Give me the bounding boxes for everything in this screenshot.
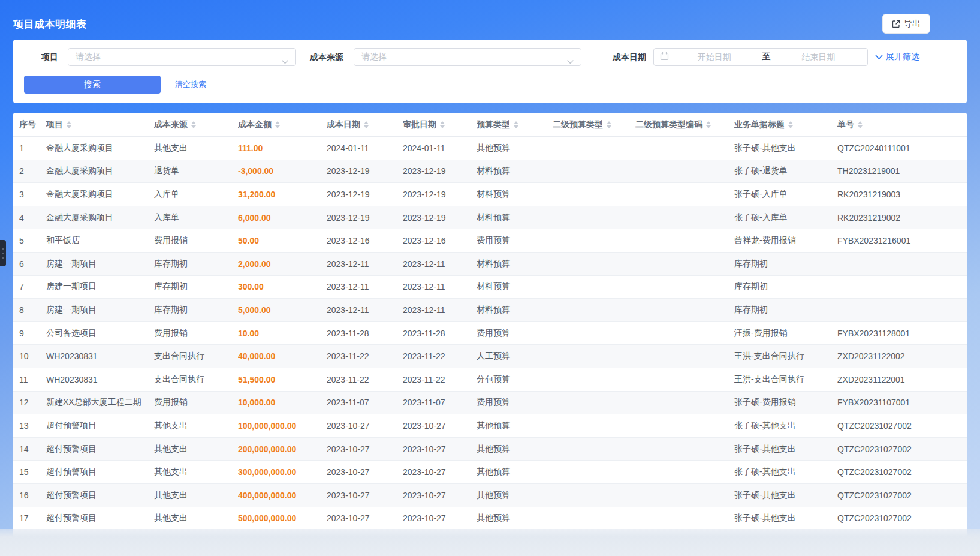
cell-doc-title: 张子硕-入库单 [734,189,837,200]
cell-doc-no: FYBX20231128001 [837,329,957,338]
column-header-doc-title[interactable]: 业务单据标题 [734,119,837,130]
cell-index: 17 [19,513,46,523]
cell-cost-amount: 40,000.00 [238,351,327,361]
cell-project: 新建XX总部大厦工程二期 [46,397,154,408]
cell-cost-amount: 6,000.00 [238,213,327,223]
cell-cost-source: 其他支出 [154,513,238,524]
expand-filters-label: 展开筛选 [886,52,919,62]
cell-cost-source: 费用报销 [154,235,238,246]
search-button[interactable]: 搜索 [24,76,161,94]
cell-cost-amount: 10.00 [238,329,327,338]
column-header-budget-type[interactable]: 预算类型 [477,119,553,130]
sort-icon[interactable] [364,121,369,128]
column-label: 预算类型 [477,119,510,130]
column-header-secondary-budget-type-code[interactable]: 二级预算类型编码 [635,119,734,130]
chevron-down-icon [567,56,574,67]
cell-index: 12 [19,398,46,407]
sort-icon[interactable] [191,121,196,128]
cell-approval-date: 2023-12-19 [403,213,477,223]
column-header-index: 序号 [19,119,46,130]
cell-project: 超付预警项目 [46,420,154,431]
cell-approval-date: 2023-10-27 [403,444,477,454]
cell-budget-type: 其他预算 [477,490,553,501]
cell-cost-date: 2023-10-27 [327,444,403,454]
cell-doc-title: 张子硕-费用报销 [734,397,837,408]
cell-index: 9 [19,329,46,338]
cell-doc-title: 库存期初 [734,281,837,292]
table-row: 10WH20230831支出合同执行40,000.002023-11-22202… [13,345,967,368]
cell-approval-date: 2023-10-27 [403,491,477,500]
end-date-input[interactable] [776,52,862,62]
export-icon [892,20,900,28]
cell-cost-amount: 111.00 [238,143,327,153]
cell-cost-amount: 500,000,000.00 [238,513,327,523]
cell-cost-source: 退货单 [154,166,238,176]
cell-index: 10 [19,351,46,361]
cell-doc-title: 张子硕-其他支出 [734,467,837,477]
cell-index: 13 [19,421,46,431]
calendar-icon [660,52,669,63]
date-range-separator: 至 [758,52,776,62]
cell-approval-date: 2024-01-11 [403,143,477,153]
cell-doc-no: RK20231219002 [837,213,957,223]
project-select[interactable]: 请选择 [68,48,296,66]
cell-cost-date: 2023-12-19 [327,190,403,199]
expand-filters-link[interactable]: 展开筛选 [875,48,919,66]
column-header-cost-amount[interactable]: 成本金额 [238,119,327,130]
cell-doc-no: FYBX20231216001 [837,236,957,245]
cell-project: WH20230831 [46,375,154,384]
sort-icon[interactable] [275,121,280,128]
column-header-cost-source[interactable]: 成本来源 [154,119,238,130]
cell-doc-title: 张子硕-退货单 [734,166,837,176]
start-date-input[interactable] [671,52,758,62]
cell-doc-title: 王洪-支出合同执行 [734,351,837,362]
project-filter-label: 项目 [13,48,58,66]
column-header-doc-no[interactable]: 单号 [837,119,957,130]
cell-approval-date: 2023-11-28 [403,329,477,338]
clear-search-link[interactable]: 清空搜索 [175,76,206,94]
cost-detail-table: 序号项目成本来源成本金额成本日期审批日期预算类型二级预算类型二级预算类型编码业务… [13,113,967,556]
export-button[interactable]: 导出 [882,14,930,34]
cell-cost-date: 2024-01-11 [327,143,403,153]
cell-budget-type: 材料预算 [477,259,553,269]
sort-icon[interactable] [858,121,863,128]
sort-icon[interactable] [67,121,71,128]
cell-budget-type: 材料预算 [477,166,553,176]
cell-doc-no: QTZC20231027002 [837,491,957,500]
sort-icon[interactable] [607,121,611,128]
cell-project: 超付预警项目 [46,444,154,455]
cell-cost-source: 其他支出 [154,490,238,501]
column-label: 项目 [46,119,63,130]
column-header-secondary-budget-type[interactable]: 二级预算类型 [553,119,635,130]
cost-date-range-picker[interactable]: 至 [653,48,868,66]
cell-cost-amount: 31,200.00 [238,190,327,199]
cell-index: 7 [19,282,46,291]
table-row: 5和平饭店费用报销50.002023-12-162023-12-16费用预算曾祥… [13,229,967,253]
column-header-project[interactable]: 项目 [46,119,154,130]
cell-doc-title: 张子硕-其他支出 [734,143,837,154]
sort-icon[interactable] [440,121,445,128]
cell-cost-source: 支出合同执行 [154,374,238,385]
cell-doc-title: 王洪-支出合同执行 [734,374,837,385]
cell-doc-title: 汪振-费用报销 [734,328,837,339]
cell-project: 公司备选项目 [46,328,154,339]
cell-doc-title: 曾祥龙-费用报销 [734,235,837,246]
drawer-handle[interactable] [0,240,6,266]
sort-icon[interactable] [788,121,793,128]
table-row: 14超付预警项目其他支出200,000,000.002023-10-272023… [13,438,967,461]
sort-icon[interactable] [706,121,711,128]
cost-source-select[interactable]: 请选择 [354,48,581,66]
cell-approval-date: 2023-12-11 [403,282,477,291]
cell-doc-no: ZXD20231122002 [837,351,957,361]
cell-index: 2 [19,166,46,176]
cell-index: 6 [19,259,46,269]
cell-project: 金融大厦采购项目 [46,189,154,200]
column-header-approval-date[interactable]: 审批日期 [403,119,477,130]
cell-doc-no: FYBX20231107001 [837,398,957,407]
cell-approval-date: 2023-12-19 [403,166,477,176]
table-row: 13超付预警项目其他支出100,000,000.002023-10-272023… [13,414,967,438]
column-header-cost-date[interactable]: 成本日期 [327,119,403,130]
cost-source-select-placeholder: 请选择 [361,52,387,62]
sort-icon[interactable] [514,121,518,128]
cell-index: 8 [19,305,46,315]
